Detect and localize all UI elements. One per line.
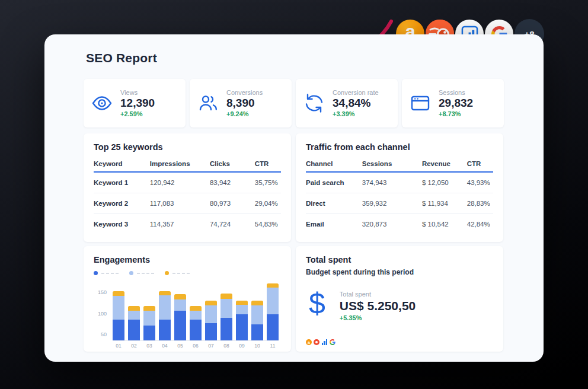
stat-card-sessions: Sessions29,832+8.73%	[402, 79, 504, 127]
bar-segment-series-2	[128, 311, 140, 319]
column-header-clicks: Clicks	[210, 158, 255, 172]
cell-value: $ 11,934	[422, 193, 467, 213]
stat-change: +2.59%	[120, 110, 155, 117]
source-icons-row: a	[306, 339, 335, 345]
bar-segment-series-1	[205, 323, 217, 340]
stat-value: 29,832	[439, 97, 473, 110]
legend-item-series-1	[94, 271, 120, 275]
stat-value: 34,84%	[333, 97, 379, 110]
channels-table: ChannelSessionsRevenueCTRPaid search374,…	[306, 158, 493, 234]
x-axis-label: 10	[251, 343, 263, 349]
column-header-ctr: CTR	[467, 158, 493, 172]
amazon-mini-icon: a	[306, 339, 312, 345]
total-spent-title: Total spent	[306, 255, 493, 264]
stat-value: 12,390	[120, 97, 155, 110]
engagements-panel-title: Engagements	[94, 255, 281, 264]
bar-segment-series-3	[236, 301, 248, 305]
total-spent-subtitle: Budget spent during this period	[306, 268, 493, 276]
cell-value: 374,943	[362, 172, 422, 193]
stat-label: Conversion rate	[333, 89, 379, 96]
x-axis-label: 03	[143, 343, 155, 349]
legend-dot	[165, 271, 169, 275]
cell-value: 320,873	[362, 213, 422, 234]
keyword-row: Keyword 3114,35774,72454,83%	[94, 213, 281, 234]
x-axis-label: 09	[236, 343, 248, 349]
column-header-ctr: CTR	[255, 158, 281, 172]
legend-dot	[129, 271, 133, 275]
bar-segment-series-3	[159, 291, 171, 295]
bar-segment-series-1	[113, 320, 124, 341]
total-spent-widget: $ Total spent US$ 5.250,50 +5.35%	[306, 291, 493, 321]
column-header-keyword: Keyword	[94, 158, 150, 172]
cell-value: 28,83%	[467, 193, 493, 213]
refresh-icon	[303, 93, 325, 114]
channel-table: ChannelSessionsRevenueCTRPaid search374,…	[306, 158, 493, 234]
legend-placeholder-line	[172, 273, 191, 274]
engagements-bar-chart: 501001500102030405060708091011	[94, 280, 281, 350]
x-axis-label: 01	[113, 343, 124, 349]
legend-item-series-3	[165, 271, 191, 275]
stats-row: Views12,390+2.59%Conversions8,390+9.24%C…	[84, 79, 504, 127]
bar-segment-series-1	[174, 311, 186, 340]
row-label: Paid search	[306, 172, 362, 193]
bar-08: 08	[220, 280, 232, 340]
cell-value: 74,724	[210, 213, 255, 234]
cell-value: $ 10,542	[422, 213, 467, 234]
total-spent-change: +5.35%	[340, 314, 416, 321]
bar-segment-series-2	[159, 295, 171, 320]
bar-segment-series-3	[205, 301, 217, 306]
engagements-panel: Engagements 5010015001020304050607080910…	[84, 246, 291, 352]
x-axis-label: 11	[267, 343, 279, 349]
legend-placeholder-line	[137, 273, 156, 274]
cell-value: 359,932	[362, 193, 422, 213]
column-header-sessions: Sessions	[362, 158, 422, 172]
stat-label: Views	[120, 89, 155, 96]
bar-segment-series-3	[251, 301, 263, 306]
bar-03: 03	[143, 280, 155, 340]
chart-plot-area: 0102030405060708091011	[113, 280, 279, 341]
keywords-panel: Top 25 keywords KeywordImpressionsClicks…	[84, 133, 291, 242]
y-axis-tick: 150	[94, 289, 107, 295]
cell-value: 35,75%	[255, 172, 281, 193]
bar-segment-series-1	[143, 326, 155, 340]
stat-value: 8,390	[226, 97, 263, 110]
x-axis-label: 02	[128, 343, 140, 349]
bar-segment-series-3	[143, 306, 155, 311]
cell-value: 42,84%	[467, 213, 493, 234]
bar-segment-series-3	[113, 291, 124, 296]
total-spent-label: Total spent	[340, 291, 416, 298]
bar-segment-series-1	[236, 314, 248, 340]
cell-value: 43,93%	[467, 172, 493, 193]
legend-placeholder-line	[101, 273, 120, 274]
bar-segment-series-3	[174, 294, 186, 299]
keywords-table: KeywordImpressionsClicksCTRKeyword 1120,…	[94, 158, 281, 234]
dollar-icon: $	[309, 291, 325, 317]
cell-value: 83,942	[210, 172, 255, 193]
bar-segment-series-2	[174, 299, 186, 311]
bar-segment-series-1	[159, 320, 171, 341]
bar-segment-series-2	[190, 311, 202, 319]
bar-segment-series-3	[220, 294, 232, 299]
bar-segment-series-1	[190, 320, 202, 341]
stat-card-views: Views12,390+2.59%	[84, 79, 186, 127]
column-header-impressions: Impressions	[150, 158, 210, 172]
page-title: SEO Report	[86, 51, 157, 65]
stat-label: Conversions	[226, 89, 263, 96]
bar-segment-series-3	[267, 283, 279, 288]
bar-02: 02	[128, 280, 140, 340]
bar-04: 04	[159, 280, 171, 340]
bar-segment-series-1	[267, 314, 279, 340]
eye-icon	[91, 93, 113, 114]
bar-segment-series-2	[113, 296, 124, 319]
bar-segment-series-1	[128, 320, 140, 341]
bar-segment-series-3	[190, 306, 202, 311]
analytics-mini-icon	[321, 339, 328, 345]
row-label: Keyword 3	[94, 213, 150, 234]
bar-segment-series-2	[267, 288, 279, 314]
semrush-mini-icon	[314, 339, 319, 345]
x-axis-label: 07	[205, 343, 217, 349]
stat-change: +8.73%	[439, 110, 473, 117]
x-axis-label: 06	[190, 343, 202, 349]
column-header-channel: Channel	[306, 158, 362, 172]
keyword-row: Keyword 1120,94283,94235,75%	[94, 172, 281, 193]
